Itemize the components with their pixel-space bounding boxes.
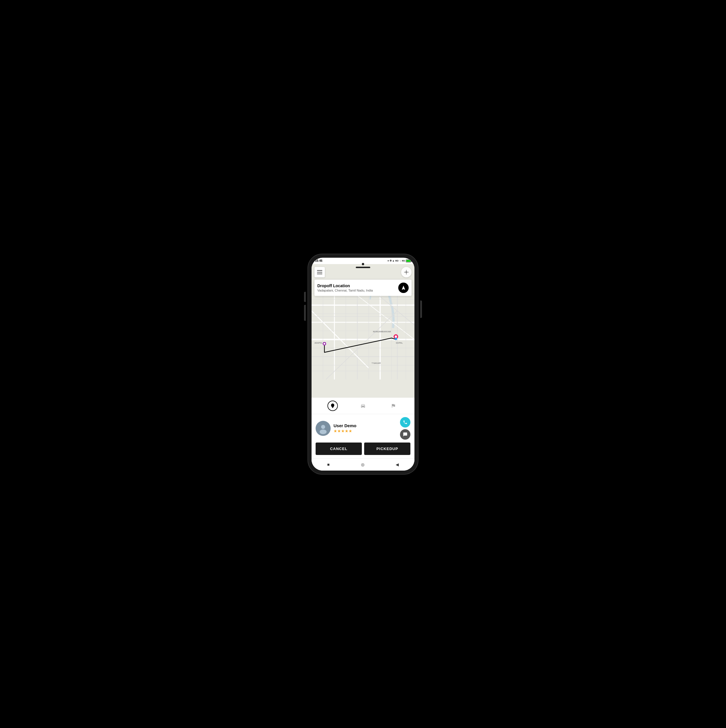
signal-icons: ● ⚙ ▲ 4G↑ ↓ 4G [387,260,405,262]
svg-point-35 [395,338,397,340]
hamburger-menu-button[interactable] [314,267,325,277]
user-avatar [316,421,331,436]
svg-point-32 [324,343,325,344]
svg-text:NUNGAMBAKKAM: NUNGAMBAKKAM [373,330,391,332]
status-time: 16:46 [315,259,323,262]
call-button[interactable] [400,417,410,427]
dropoff-address: Vadapalani, Chennai, Tamil Nadu, India [317,289,398,292]
progress-tab-location[interactable] [328,401,338,411]
android-nav-bar: ■ ◎ ◀ [311,459,415,471]
progress-tabs [311,398,415,414]
svg-point-34 [395,335,397,338]
user-rating: ★★★★★ [334,429,397,433]
svg-point-44 [320,430,326,434]
chat-button[interactable] [400,429,410,440]
app-screen: AYANAVARAM ADAPALANI NUNGAMBAKKAM GOPAL … [311,264,415,471]
user-name: User Demo [334,423,397,428]
power-button [420,301,422,318]
phone-top-bar [356,263,370,268]
status-right: ● ⚙ ▲ 4G↑ ↓ 4G [387,260,411,262]
volume-up-button [304,292,306,302]
dropoff-card: Dropoff Location Vadapalani, Chennai, Ta… [314,280,412,296]
nav-back-button[interactable]: ◀ [396,462,399,467]
svg-text:T NAGAR: T NAGAR [372,362,381,364]
phone-device: 16:46 ● ⚙ ▲ 4G↑ ↓ 4G [308,254,418,474]
speaker [356,267,370,268]
nav-stop-button[interactable]: ■ [327,462,329,467]
hamburger-line-3 [317,274,322,274]
dropoff-title: Dropoff Location [317,283,398,288]
svg-point-43 [321,425,325,429]
phone-screen: 16:46 ● ⚙ ▲ 4G↑ ↓ 4G [311,258,415,471]
battery-icon [406,260,411,262]
svg-point-36 [406,271,407,273]
cancel-button[interactable]: CANCEL [316,442,362,455]
hamburger-line-2 [317,272,322,272]
camera [362,263,364,265]
dropoff-text: Dropoff Location Vadapalani, Chennai, Ta… [317,283,398,292]
navigate-button[interactable] [398,283,409,293]
map-area[interactable]: AYANAVARAM ADAPALANI NUNGAMBAKKAM GOPAL … [311,264,415,398]
hamburger-line-1 [317,270,322,271]
user-details: User Demo ★★★★★ [334,423,397,433]
user-info-row: User Demo ★★★★★ [311,414,415,442]
action-icons [400,417,410,440]
volume-down-button [304,305,306,321]
location-crosshair-button[interactable] [401,267,412,277]
progress-tab-flag[interactable] [388,401,398,411]
pickedup-button[interactable]: PICKEDUP [364,442,410,455]
battery-fill [406,260,410,262]
action-buttons: CANCEL PICKEDUP [311,442,415,459]
svg-text:GOPAL: GOPAL [396,342,403,344]
progress-tab-car[interactable] [358,401,368,411]
nav-home-button[interactable]: ◎ [361,462,365,467]
bottom-panel: User Demo ★★★★★ [311,398,415,471]
